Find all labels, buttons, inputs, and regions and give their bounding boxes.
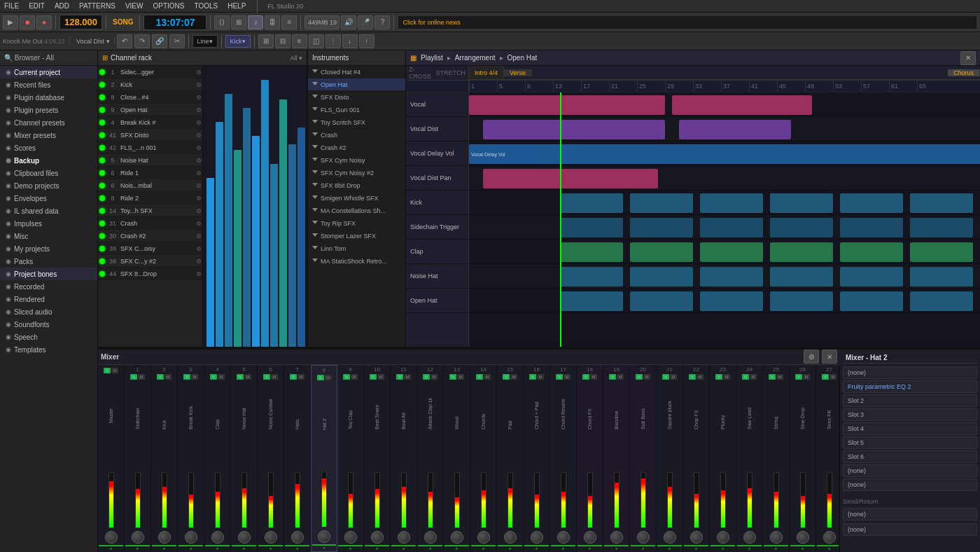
mixer-mute-btn[interactable]: M xyxy=(537,374,544,380)
sidebar-item-channel-presets[interactable]: ◉Channel presets xyxy=(0,116,97,129)
inst-item-7[interactable]: SFX Cym Noisy xyxy=(308,154,405,167)
clip-4-4[interactable] xyxy=(840,193,903,213)
mixer-channel-sub-bass[interactable]: 20 S M Sub Bass ● xyxy=(630,365,657,552)
clip-7-2[interactable] xyxy=(700,267,763,287)
sidebar-item-envelopes[interactable]: ◉Envelopes xyxy=(0,192,97,205)
mixer-knob[interactable] xyxy=(318,530,330,543)
clip-6-1[interactable] xyxy=(630,242,693,262)
inst-item-8[interactable]: SFX Cym Noisy #2 xyxy=(308,167,405,179)
mixer-knob[interactable] xyxy=(610,531,623,544)
toolbar-btn-4[interactable]: 🎛 xyxy=(265,15,280,29)
mixer-knob[interactable] xyxy=(344,531,357,544)
mode-selector[interactable]: Line ▾ xyxy=(192,35,218,48)
toolbar-btn-3[interactable]: ♪ xyxy=(248,15,263,29)
sidebar-item-packs[interactable]: ◉Packs xyxy=(0,255,97,268)
mixer-channel-string[interactable]: 25 S M String ● xyxy=(763,365,790,552)
sidebar-item-speech[interactable]: ◉Speech xyxy=(0,331,97,343)
mixer-mute-btn[interactable]: M xyxy=(111,368,118,373)
mixer-knob[interactable] xyxy=(238,531,251,544)
inst-item-6[interactable]: Crash #2 xyxy=(308,142,405,154)
inst-item-9[interactable]: SFX 8bit Drop xyxy=(308,179,405,192)
clip-4-2[interactable] xyxy=(700,193,763,213)
mixer-knob[interactable] xyxy=(504,531,517,544)
mixer-mute-btn[interactable]: M xyxy=(271,374,278,380)
inst-item-13[interactable]: Stomper Lazer SFX xyxy=(308,230,405,242)
clip-7-5[interactable] xyxy=(910,267,973,287)
clip-4-3[interactable] xyxy=(770,193,833,213)
mixer-send-btn[interactable]: S xyxy=(130,374,137,380)
mixer-knob[interactable] xyxy=(291,531,304,544)
menu-item-help[interactable]: HELP xyxy=(226,2,247,10)
fx-slot-4[interactable]: Slot 4 xyxy=(843,422,977,435)
mixer-send-btn[interactable]: S xyxy=(423,374,430,380)
ch-knob[interactable] xyxy=(197,221,201,226)
channel-row-12[interactable]: 31 Crash xyxy=(98,217,202,230)
bpm-display[interactable]: 128.000 xyxy=(59,15,102,29)
fx-slot-8[interactable]: (none) xyxy=(843,478,977,491)
clip-5-3[interactable] xyxy=(770,218,833,237)
menu-item-file[interactable]: FILE xyxy=(3,2,20,10)
sidebar-item-project-bones[interactable]: ◉Project bones xyxy=(0,268,97,280)
channel-row-3[interactable]: 9 Open Hat xyxy=(98,104,202,116)
menu-item-tools[interactable]: TOOLS xyxy=(192,2,219,10)
fx-slot-2[interactable]: Slot 2 xyxy=(843,394,977,407)
mixer-knob[interactable] xyxy=(664,531,676,544)
mixer-channel-noise-hat[interactable]: 5 S M Noise Hat ● xyxy=(231,365,258,552)
ch-knob[interactable] xyxy=(197,70,201,74)
ch-knob[interactable] xyxy=(197,184,201,188)
sidebar-item-templates[interactable]: ◉Templates xyxy=(0,343,97,356)
mixer-channel-chord-fx[interactable]: 18 S M Chord FX ● xyxy=(577,365,603,552)
ch-knob[interactable] xyxy=(197,247,201,251)
clip-8-0[interactable] xyxy=(560,291,623,311)
mixer-send-btn[interactable]: S xyxy=(529,374,536,380)
mixer-knob[interactable] xyxy=(398,531,410,544)
mic-btn[interactable]: 🎤 xyxy=(358,15,373,29)
clip-5-4[interactable] xyxy=(840,218,903,237)
clip-4-0[interactable] xyxy=(560,193,623,213)
mixer-send-btn[interactable]: S xyxy=(237,374,244,380)
clip-8-4[interactable] xyxy=(840,291,903,311)
mixer-send-btn[interactable]: S xyxy=(210,374,217,380)
sidebar-item-scores[interactable]: ◉Scores xyxy=(0,142,97,154)
mixer-send-btn[interactable]: S xyxy=(370,374,377,380)
sidebar-item-rendered[interactable]: ◉Rendered xyxy=(0,293,97,305)
channel-row-14[interactable]: 39 SFX C...oisy xyxy=(98,242,202,255)
mixer-channel-chord-reverb[interactable]: 17 S M Chord Reverb ● xyxy=(550,365,577,552)
fx-slot-7[interactable]: (none) xyxy=(843,464,977,477)
channel-row-11[interactable]: 14 Toy...h SFX xyxy=(98,205,202,217)
inst-item-5[interactable]: Crash xyxy=(308,129,405,142)
clip-7-1[interactable] xyxy=(630,267,693,287)
mixer-channel-square-pluck[interactable]: 21 S M Square pluck ● xyxy=(657,365,683,552)
inst-item-1[interactable]: Open Hat xyxy=(308,78,405,91)
sidebar-item-misc[interactable]: ◉Misc xyxy=(0,230,97,242)
mixer-knob[interactable] xyxy=(770,531,783,544)
ch-knob[interactable] xyxy=(197,108,201,112)
mixer-mute-btn[interactable]: M xyxy=(298,374,304,380)
mixer-knob[interactable] xyxy=(823,531,836,544)
t2-btn-3[interactable]: 🔗 xyxy=(152,34,167,48)
stop-btn[interactable]: ■ xyxy=(20,15,35,29)
clip-5-2[interactable] xyxy=(700,218,763,237)
toolbar-btn-2[interactable]: ⊞ xyxy=(231,15,246,29)
menu-item-options[interactable]: OPTIONS xyxy=(151,2,186,10)
mixer-channel-hat-2[interactable]: 8 S M Hat 2 ● xyxy=(311,365,337,552)
mixer-channel-attack-clap-1k[interactable]: 12 S M Attack Clap 1k ● xyxy=(417,365,444,552)
inst-item-11[interactable]: MA Constellations Sh... xyxy=(308,205,405,217)
sidebar-item-soundfonts[interactable]: ◉Soundfonts xyxy=(0,318,97,331)
channel-row-13[interactable]: 30 Crash #2 xyxy=(98,230,202,242)
mixer-channel-pad[interactable]: 15 S M Pad ● xyxy=(497,365,524,552)
channel-row-1[interactable]: 2 Kick xyxy=(98,78,202,91)
mixer-send-btn[interactable]: S xyxy=(795,374,802,380)
channel-row-9[interactable]: 6 Nois...mbal xyxy=(98,179,202,192)
mixer-send-btn[interactable]: S xyxy=(503,374,510,380)
ch-knob[interactable] xyxy=(197,234,201,238)
sidebar-item-plugin-database[interactable]: ◉Plugin database xyxy=(0,91,97,104)
mixer-mute-btn[interactable]: M xyxy=(377,374,384,380)
mixer-send-btn[interactable]: S xyxy=(609,374,616,380)
ch-knob[interactable] xyxy=(197,146,201,150)
mixer-channel-plucky[interactable]: 23 S M Plucky ● xyxy=(710,365,736,552)
clip-6-5[interactable] xyxy=(910,242,973,262)
clip-3-0[interactable] xyxy=(483,169,658,188)
mixer-knob[interactable] xyxy=(451,531,463,544)
channel-row-8[interactable]: 6 Ride 1 xyxy=(98,167,202,179)
